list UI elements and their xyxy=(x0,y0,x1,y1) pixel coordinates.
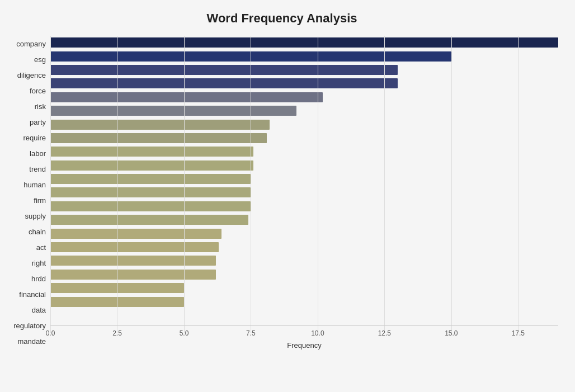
y-label: esg xyxy=(34,53,46,66)
bar-row xyxy=(50,268,558,281)
x-tick-label: 2.5 xyxy=(112,329,122,337)
bar xyxy=(50,187,251,197)
bar xyxy=(50,215,248,225)
x-axis-label: Frequency xyxy=(50,341,558,350)
bar xyxy=(50,256,216,266)
x-tick-label: 0.0 xyxy=(46,329,55,337)
bar-row xyxy=(50,64,558,76)
y-label: act xyxy=(36,241,46,254)
y-label: hrdd xyxy=(31,272,46,286)
bar xyxy=(50,242,219,252)
x-tick-label: 10.0 xyxy=(311,329,324,337)
bar-row xyxy=(50,200,558,212)
bar xyxy=(50,37,558,48)
y-label: party xyxy=(30,115,46,129)
bar xyxy=(50,120,270,130)
bars-wrapper xyxy=(50,36,558,325)
bar xyxy=(50,283,184,293)
bars-and-grid: 0.02.55.07.510.012.515.017.5 Frequency xyxy=(50,36,558,350)
y-label: regulatory xyxy=(13,319,46,333)
bar xyxy=(50,51,451,62)
bar xyxy=(50,65,398,75)
bar-row xyxy=(50,296,558,308)
y-label: human xyxy=(23,178,46,191)
chart-area: companyesgdiligenceforceriskpartyrequire… xyxy=(6,36,558,350)
bar xyxy=(50,133,267,143)
chart-container: Word Frequency Analysis companyesgdilige… xyxy=(0,0,575,392)
bar-row xyxy=(50,36,558,49)
bar xyxy=(50,160,253,171)
bar-row xyxy=(50,173,558,185)
bar xyxy=(50,174,251,184)
chart-title: Word Frequency Analysis xyxy=(6,11,558,26)
y-label: chain xyxy=(29,225,46,239)
bar-row xyxy=(50,254,558,267)
y-label: firm xyxy=(34,193,46,207)
y-label: company xyxy=(16,37,46,50)
bar xyxy=(50,78,398,88)
bar xyxy=(50,147,253,157)
bar-row xyxy=(50,145,558,158)
x-tick-label: 12.5 xyxy=(378,329,391,337)
x-tick-label: 5.0 xyxy=(180,329,189,337)
bar-row xyxy=(50,186,558,199)
bar-row xyxy=(50,119,558,131)
y-label: diligence xyxy=(17,68,46,82)
y-label: trend xyxy=(29,162,46,176)
bar xyxy=(50,201,251,211)
bar xyxy=(50,229,221,239)
bar xyxy=(50,92,323,102)
bar-row xyxy=(50,214,558,226)
bar-row xyxy=(50,105,558,117)
x-tick-label: 15.0 xyxy=(445,329,458,337)
y-label: mandate xyxy=(17,335,46,348)
bar-row xyxy=(50,282,558,294)
y-labels: companyesgdiligenceforceriskpartyrequire… xyxy=(6,36,50,350)
y-label: right xyxy=(32,257,46,270)
x-axis: 0.02.55.07.510.012.515.017.5 xyxy=(50,325,558,339)
bar-row xyxy=(50,132,558,144)
bar xyxy=(50,297,184,307)
bar-row xyxy=(50,91,558,103)
bar-row xyxy=(50,159,558,172)
bar-row xyxy=(50,50,558,63)
bar-row xyxy=(50,228,558,240)
x-tick-label: 7.5 xyxy=(246,329,256,337)
y-label: supply xyxy=(25,210,46,223)
bar xyxy=(50,270,216,280)
x-tick-label: 17.5 xyxy=(512,329,525,337)
y-label: data xyxy=(32,304,46,317)
y-label: labor xyxy=(30,147,46,160)
bar-row xyxy=(50,241,558,253)
y-label: force xyxy=(30,84,46,97)
bar xyxy=(50,106,296,116)
y-label: risk xyxy=(35,100,46,113)
y-label: financial xyxy=(19,288,46,301)
bar-row xyxy=(50,77,558,89)
y-label: require xyxy=(23,131,46,144)
bottom-section: 0.02.55.07.510.012.515.017.5 Frequency xyxy=(50,325,558,350)
